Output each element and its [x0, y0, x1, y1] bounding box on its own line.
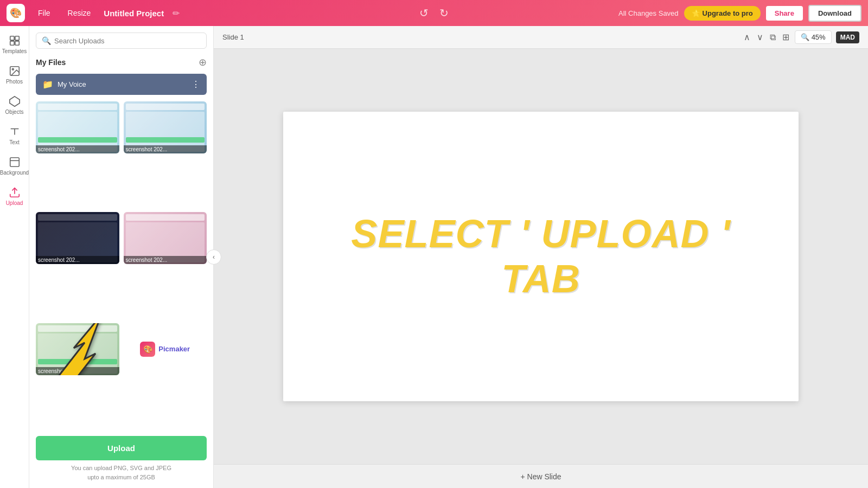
- my-files-header: My Files ⊕: [36, 56, 207, 68]
- sidebar-label-upload: Upload: [6, 200, 23, 206]
- redo-button[interactable]: ↻: [439, 7, 449, 20]
- thumb-label: screenshot 202...: [36, 256, 119, 264]
- sidebar-item-photos[interactable]: Photos: [1, 61, 28, 89]
- left-nav: Templates Photos Objects Text: [0, 26, 29, 488]
- sidebar-label-background: Background: [0, 170, 29, 176]
- slide-up-button[interactable]: ∧: [743, 31, 751, 43]
- thumb-label: screenshot 202...: [36, 367, 119, 375]
- upgrade-button[interactable]: ⭐ Upgrade to pro: [684, 6, 761, 21]
- svg-rect-9: [10, 158, 19, 167]
- zoom-level: 45%: [812, 33, 826, 41]
- topbar-center-actions: ↺ ↻: [419, 7, 449, 20]
- upload-hint: You can upload PNG, SVG and JPEG upto a …: [36, 464, 207, 481]
- folder-icon: 📁: [42, 79, 53, 89]
- sidebar-item-templates[interactable]: Templates: [1, 30, 28, 59]
- thumb-label: screenshot 202...: [124, 145, 207, 153]
- thumb-menu-icon[interactable]: ⋮: [197, 104, 205, 112]
- svg-rect-3: [15, 41, 18, 45]
- add-slide-button[interactable]: ⊞: [781, 31, 790, 43]
- svg-rect-0: [10, 36, 14, 40]
- menu-resize[interactable]: Resize: [63, 7, 95, 20]
- zoom-icon: 🔍: [801, 33, 809, 41]
- search-box: 🔍: [36, 33, 207, 49]
- new-slide-button[interactable]: + New Slide: [520, 472, 561, 481]
- collapse-panel-button[interactable]: ‹: [206, 249, 221, 265]
- thumb-menu-icon[interactable]: ⋮: [110, 104, 117, 112]
- topbar: 🎨 File Resize Untitled Project ✏ ↺ ↻ All…: [0, 0, 868, 26]
- saved-status: All Changes Saved: [618, 9, 679, 17]
- star-icon: ⭐: [692, 9, 700, 17]
- folder-menu-icon[interactable]: ⋮: [192, 79, 200, 89]
- canvas-area: Slide 1 ∧ ∨ ⧉ ⊞ 🔍 45% MAD SELECT ' U: [214, 26, 868, 488]
- sidebar-item-background[interactable]: Background: [1, 152, 28, 180]
- zoom-display[interactable]: 🔍 45%: [795, 30, 832, 44]
- slide-canvas[interactable]: SELECT ' UPLOAD 'TAB: [283, 112, 799, 401]
- svg-marker-6: [9, 97, 19, 106]
- bottom-bar: + New Slide: [214, 464, 868, 488]
- list-item[interactable]: ⋮ screenshot 202...: [124, 101, 207, 153]
- topbar-right: All Changes Saved ⭐ Upgrade to pro Share…: [618, 5, 861, 22]
- canvas-wrapper[interactable]: SELECT ' UPLOAD 'TAB: [214, 49, 868, 464]
- search-icon: 🔍: [42, 36, 51, 45]
- svg-rect-1: [15, 36, 18, 40]
- folder-left: 📁 My Voice: [42, 79, 86, 89]
- menu-file[interactable]: File: [34, 7, 55, 20]
- user-badge: MAD: [836, 31, 859, 43]
- thumb-label: screenshot 202...: [124, 256, 207, 264]
- sidebar-item-upload[interactable]: Upload: [1, 182, 28, 210]
- sidebar-item-objects[interactable]: Objects: [1, 91, 28, 119]
- edit-icon[interactable]: ✏: [173, 8, 180, 18]
- my-files-title: My Files: [36, 58, 66, 67]
- list-item[interactable]: screenshot 202...: [36, 212, 119, 264]
- add-folder-button[interactable]: ⊕: [199, 56, 207, 68]
- download-button[interactable]: Download: [808, 5, 861, 22]
- duplicate-slide-button[interactable]: ⧉: [769, 31, 777, 43]
- main-layout: Templates Photos Objects Text: [0, 26, 868, 488]
- upload-button[interactable]: Upload: [36, 436, 207, 460]
- uploads-panel: 🔍 My Files ⊕ 📁 My Voice ⋮: [29, 26, 214, 488]
- canvas-controls: ∧ ∨ ⧉ ⊞ 🔍 45% MAD: [743, 30, 859, 44]
- slide-main-text: SELECT ' UPLOAD 'TAB: [340, 201, 741, 312]
- canvas-topbar: Slide 1 ∧ ∨ ⧉ ⊞ 🔍 45% MAD: [214, 26, 868, 49]
- sidebar-label-templates: Templates: [2, 48, 27, 54]
- sidebar-label-photos: Photos: [6, 79, 23, 85]
- share-button[interactable]: Share: [766, 6, 803, 21]
- undo-button[interactable]: ↺: [419, 7, 429, 20]
- thumb-label: screenshot 202...: [36, 145, 119, 153]
- app-logo[interactable]: 🎨: [7, 4, 25, 22]
- list-item[interactable]: screenshot 202...: [124, 212, 207, 264]
- slide-label: Slide 1: [222, 33, 244, 41]
- sidebar-label-objects: Objects: [5, 109, 24, 115]
- file-grid: ⋮ screenshot 202... ⋮ screenshot 202...: [36, 101, 207, 429]
- list-item[interactable]: screenshot 202...: [36, 323, 119, 375]
- svg-point-5: [12, 68, 14, 70]
- sidebar-label-text: Text: [9, 139, 19, 145]
- list-item[interactable]: ⋮ screenshot 202...: [36, 101, 119, 153]
- list-item[interactable]: 🎨 Picmaker: [124, 323, 207, 375]
- sidebar-item-text[interactable]: Text: [1, 121, 28, 150]
- folder-item-my-voice[interactable]: 📁 My Voice ⋮: [36, 74, 207, 95]
- svg-rect-2: [10, 41, 14, 45]
- slide-down-button[interactable]: ∨: [756, 31, 764, 43]
- search-input[interactable]: [54, 37, 201, 45]
- zoom-area: 🔍 45% MAD: [795, 30, 859, 44]
- folder-name: My Voice: [58, 80, 86, 88]
- project-title[interactable]: Untitled Project: [104, 9, 164, 18]
